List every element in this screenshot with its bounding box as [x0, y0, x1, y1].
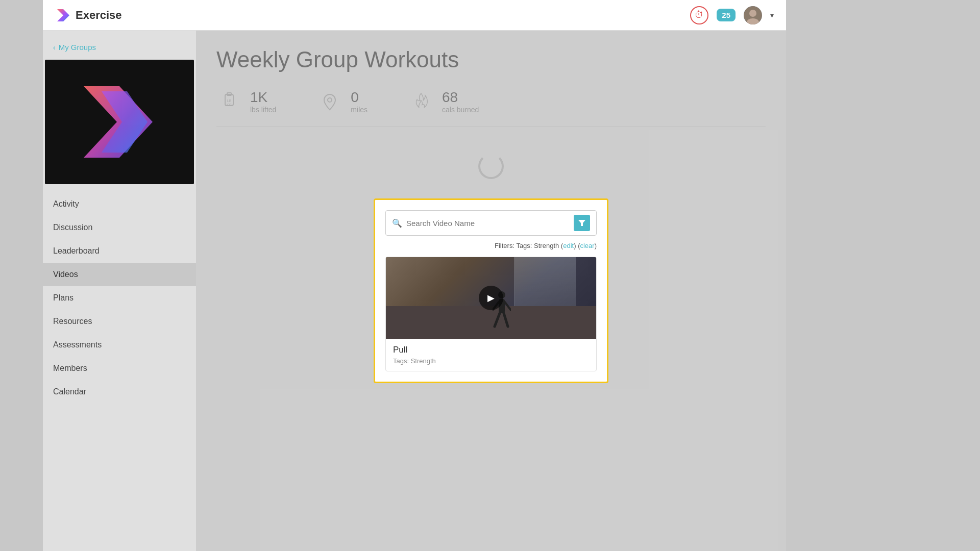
avatar[interactable] — [744, 6, 762, 24]
svg-marker-0 — [57, 9, 69, 21]
video-title: Pull — [393, 345, 589, 355]
thumbnail-floor — [386, 306, 596, 339]
filters-line: Filters: Tags: Strength (edit) (clear) — [385, 242, 597, 249]
video-thumbnail: ▶ — [386, 257, 596, 339]
nav-right-area: ⏱ 25 ▾ — [690, 6, 774, 24]
sidebar-item-activity[interactable]: Activity — [43, 192, 196, 216]
videos-modal: 🔍 Filters: Tags: Strength (edit) — [374, 198, 608, 383]
search-bar[interactable]: 🔍 — [385, 210, 597, 236]
group-logo-image — [74, 76, 165, 168]
main-content: Weekly Group Workouts LB KG 1K — [196, 31, 786, 551]
video-card[interactable]: ▶ Pull Tags: Strength — [385, 257, 597, 371]
user-menu-chevron[interactable]: ▾ — [770, 11, 774, 19]
filters-clear-link[interactable]: clear — [580, 242, 594, 249]
back-chevron-icon: ‹ — [53, 43, 56, 52]
filters-paren-close: ) — [574, 242, 576, 249]
filters-label: Filters: — [495, 242, 514, 249]
svg-marker-11 — [578, 220, 585, 226]
search-icon: 🔍 — [392, 218, 402, 228]
back-link-label: My Groups — [59, 43, 96, 52]
filters-tags-text: Tags: Strength — [516, 242, 560, 249]
notification-badge[interactable]: 25 — [717, 9, 736, 21]
svg-marker-5 — [102, 91, 148, 153]
modal-overlay: 🔍 Filters: Tags: Strength (edit) — [196, 31, 786, 551]
svg-line-17 — [505, 302, 511, 310]
sidebar-item-videos[interactable]: Videos — [43, 263, 196, 286]
filter-icon — [578, 219, 585, 227]
search-input[interactable] — [406, 219, 570, 228]
video-tags: Tags: Strength — [393, 357, 589, 365]
sidebar-item-assessments[interactable]: Assessments — [43, 333, 196, 357]
top-navigation: Exercise ⏱ 25 ▾ — [43, 0, 786, 31]
sidebar-item-calendar[interactable]: Calendar — [43, 380, 196, 404]
filter-button[interactable] — [574, 215, 590, 231]
back-link[interactable]: ‹ My Groups — [43, 39, 196, 56]
timer-button[interactable]: ⏱ — [690, 6, 708, 24]
video-info: Pull Tags: Strength — [386, 339, 596, 371]
svg-line-14 — [495, 313, 500, 327]
body-layout: ‹ My Groups — [43, 31, 786, 551]
sidebar-item-members[interactable]: Members — [43, 357, 196, 380]
group-image — [45, 60, 194, 184]
app-title: Exercise — [76, 9, 122, 22]
filters-paren-close2: ) — [595, 242, 597, 249]
sidebar-item-leaderboard[interactable]: Leaderboard — [43, 239, 196, 263]
svg-line-15 — [504, 313, 508, 327]
app-logo-icon — [55, 7, 71, 23]
sidebar: ‹ My Groups — [43, 31, 196, 551]
sidebar-item-resources[interactable]: Resources — [43, 310, 196, 333]
logo-area: Exercise — [55, 7, 122, 23]
sidebar-item-discussion[interactable]: Discussion — [43, 216, 196, 239]
timer-icon-symbol: ⏱ — [695, 10, 704, 20]
sidebar-item-plans[interactable]: Plans — [43, 286, 196, 310]
filters-edit-link[interactable]: edit — [563, 242, 574, 249]
play-icon: ▶ — [487, 292, 495, 304]
user-avatar-image — [744, 6, 762, 24]
svg-point-2 — [749, 10, 756, 17]
play-button[interactable]: ▶ — [479, 286, 503, 310]
sidebar-navigation: Activity Discussion Leaderboard Videos P… — [43, 192, 196, 404]
